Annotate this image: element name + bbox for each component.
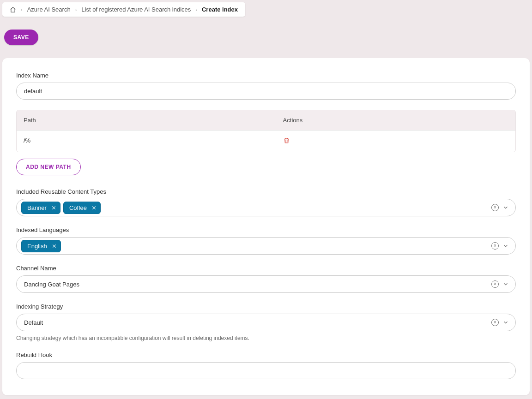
close-icon[interactable]: [51, 205, 56, 210]
clear-icon[interactable]: ×: [491, 242, 499, 250]
languages-label: Indexed Languages: [16, 226, 516, 233]
chevron-right-icon: ›: [195, 7, 197, 12]
rebuild-hook-input[interactable]: [16, 362, 516, 379]
close-icon[interactable]: [52, 244, 57, 249]
chevron-down-icon[interactable]: [502, 243, 509, 249]
strategy-value: Default: [24, 319, 489, 326]
form-card: Index Name Path Actions /%: [2, 58, 530, 395]
chevron-down-icon[interactable]: [502, 204, 509, 211]
clear-icon[interactable]: ×: [491, 319, 499, 326]
chevron-right-icon: ›: [21, 7, 23, 12]
trash-icon[interactable]: [283, 137, 290, 144]
chip-label: Banner: [27, 204, 47, 211]
languages-select[interactable]: English ×: [16, 237, 516, 255]
field-index-name: Index Name: [16, 72, 516, 100]
chip-banner: Banner: [21, 202, 60, 214]
breadcrumb-current: Create index: [202, 6, 238, 13]
clear-icon[interactable]: ×: [491, 204, 499, 211]
add-new-path-button[interactable]: ADD NEW PATH: [16, 159, 81, 175]
breadcrumb-link[interactable]: List of registered Azure AI Search indic…: [81, 6, 191, 13]
chip-label: English: [27, 243, 47, 250]
channel-value: Dancing Goat Pages: [24, 281, 489, 288]
strategy-helper: Changing strategy which has an incompati…: [16, 335, 516, 341]
chip-label: Coffee: [69, 204, 87, 211]
field-rebuild-hook: Rebuild Hook: [16, 351, 516, 379]
content-types-select[interactable]: Banner Coffee ×: [16, 199, 516, 216]
path-col-header: Path: [17, 110, 276, 130]
breadcrumb-link[interactable]: Azure AI Search: [27, 6, 71, 13]
strategy-select[interactable]: Default ×: [16, 314, 516, 331]
actions-col-header: Actions: [276, 110, 515, 130]
home-icon[interactable]: [10, 6, 16, 13]
save-button[interactable]: SAVE: [4, 30, 38, 45]
chevron-down-icon[interactable]: [502, 281, 509, 287]
index-name-input[interactable]: [16, 83, 516, 100]
rebuild-hook-label: Rebuild Hook: [16, 351, 516, 358]
breadcrumb: › Azure AI Search › List of registered A…: [2, 2, 245, 17]
chip-english: English: [21, 240, 61, 252]
index-name-label: Index Name: [16, 72, 516, 79]
field-languages: Indexed Languages English ×: [16, 226, 516, 255]
content-types-label: Included Reusable Content Types: [16, 188, 516, 195]
chevron-right-icon: ›: [75, 7, 77, 12]
path-table: Path Actions /%: [16, 110, 516, 152]
channel-select[interactable]: Dancing Goat Pages ×: [16, 275, 516, 293]
field-content-types: Included Reusable Content Types Banner C…: [16, 188, 516, 216]
close-icon[interactable]: [91, 205, 97, 210]
path-row: /%: [17, 130, 515, 152]
clear-icon[interactable]: ×: [491, 280, 499, 288]
field-strategy: Indexing Strategy Default × Changing str…: [16, 303, 516, 341]
field-channel: Channel Name Dancing Goat Pages ×: [16, 265, 516, 293]
channel-label: Channel Name: [16, 265, 516, 272]
strategy-label: Indexing Strategy: [16, 303, 516, 310]
chevron-down-icon[interactable]: [502, 319, 509, 326]
path-table-head: Path Actions: [17, 110, 515, 130]
chip-coffee: Coffee: [63, 202, 101, 214]
path-cell: /%: [17, 131, 276, 152]
